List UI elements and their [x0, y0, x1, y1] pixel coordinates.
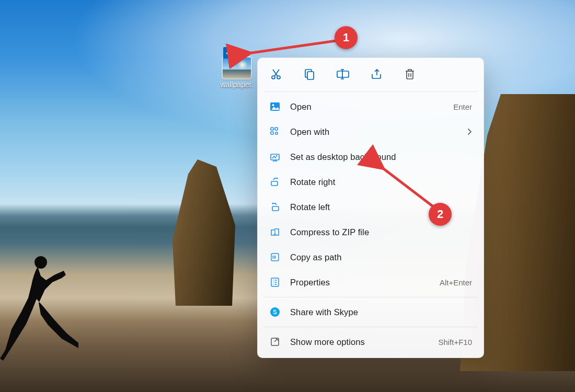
menu-separator [264, 91, 477, 92]
skype-icon [269, 306, 281, 318]
svg-rect-16 [272, 206, 279, 211]
image-icon [269, 101, 281, 112]
menu-item-open[interactable]: Open Enter [258, 94, 484, 119]
menu-item-accelerator: Shift+F10 [438, 338, 472, 347]
svg-point-8 [272, 104, 274, 106]
svg-rect-17 [271, 253, 279, 261]
set-desktop-bg-icon [269, 151, 281, 163]
menu-item-copy-path[interactable]: Copy as path [258, 245, 484, 270]
menu-item-label: Open [290, 102, 453, 112]
annotation-badge-label: 2 [437, 207, 443, 221]
menu-item-label: Copy as path [290, 252, 472, 262]
selection-check-icon [223, 47, 235, 59]
menu-item-label: Rotate right [290, 177, 472, 187]
menu-item-set-desktop-bg[interactable]: Set as desktop background [258, 144, 484, 169]
annotation-badge-1: 1 [335, 26, 358, 49]
menu-item-share-skype[interactable]: Share with Skype [258, 299, 484, 325]
file-thumbnail [223, 57, 251, 78]
svg-rect-10 [271, 132, 273, 134]
annotation-badge-label: 1 [343, 31, 349, 44]
annotation-badge-2: 2 [429, 203, 452, 226]
menu-item-label: Share with Skype [290, 307, 472, 317]
svg-rect-9 [271, 128, 273, 130]
copy-path-icon [269, 251, 281, 263]
svg-rect-15 [271, 181, 278, 186]
menu-item-properties[interactable]: Properties Alt+Enter [258, 270, 484, 295]
menu-separator [264, 297, 477, 297]
svg-rect-5 [337, 71, 349, 77]
menu-item-label: Compress to ZIP file [290, 227, 472, 237]
menu-item-open-with[interactable]: Open with [258, 119, 484, 144]
svg-rect-11 [275, 128, 278, 130]
menu-item-label: Properties [290, 278, 440, 287]
copy-button[interactable] [302, 66, 317, 82]
open-with-icon [269, 126, 281, 137]
menu-item-compress-zip[interactable]: Compress to ZIP file [258, 220, 484, 245]
menu-item-show-more-options[interactable]: Show more options Shift+F10 [258, 329, 484, 354]
svg-rect-6 [407, 71, 413, 79]
svg-point-0 [34, 256, 47, 269]
menu-item-accelerator: Enter [453, 102, 472, 111]
svg-point-2 [277, 76, 280, 79]
more-options-icon [269, 336, 281, 348]
desktop-file-wallpaper[interactable]: wallpaper. [216, 48, 258, 89]
cut-icon [270, 68, 282, 80]
rotate-right-icon [269, 176, 281, 188]
rename-icon [336, 68, 350, 80]
menu-item-label: Open with [290, 127, 467, 137]
svg-point-14 [276, 155, 278, 157]
delete-button[interactable] [402, 66, 418, 82]
context-menu: Open Enter Open with Set as desktop back… [257, 57, 484, 358]
svg-point-1 [272, 76, 275, 79]
share-button[interactable] [369, 66, 384, 82]
copy-icon [304, 68, 315, 80]
menu-item-label: Set as desktop background [290, 152, 472, 162]
context-menu-quick-actions [258, 61, 484, 89]
menu-item-label: Show more options [290, 337, 438, 347]
delete-icon [404, 68, 416, 80]
menu-item-accelerator: Alt+Enter [440, 278, 472, 287]
file-label: wallpaper. [216, 80, 258, 89]
menu-item-rotate-right[interactable]: Rotate right [258, 169, 484, 194]
zip-icon [269, 226, 281, 238]
chevron-right-icon [467, 128, 472, 135]
rename-button[interactable] [335, 66, 351, 82]
wallpaper-decor [0, 251, 78, 366]
svg-rect-4 [307, 72, 314, 79]
cut-button[interactable] [268, 66, 284, 82]
menu-separator [264, 327, 477, 327]
share-icon [370, 68, 383, 80]
properties-icon [269, 276, 281, 288]
rotate-left-icon [269, 201, 281, 213]
